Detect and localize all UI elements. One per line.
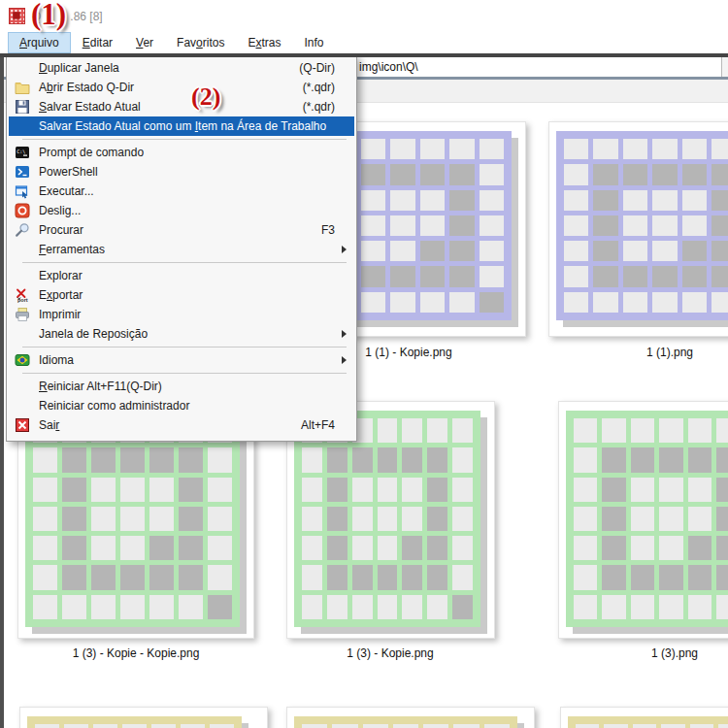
- thumbnail-cell: [688, 536, 711, 560]
- menubar-item-favoritos[interactable]: Favoritos: [166, 33, 235, 52]
- thumbnail-cell: [623, 164, 647, 184]
- thumbnail-cell: [480, 215, 504, 236]
- submenu-arrow-icon: [342, 330, 347, 338]
- menu-item-label: Exportar: [39, 288, 83, 302]
- thumbnail-cell: [179, 478, 203, 502]
- empty-icon: [14, 118, 30, 135]
- thumbnail-cell: [91, 536, 116, 560]
- file-name[interactable]: 1 (3) - Kopie.png: [269, 646, 512, 661]
- menubar-item-info[interactable]: Info: [293, 33, 334, 52]
- menubar-item-extras[interactable]: Extras: [237, 33, 291, 52]
- thumbnail-cell: [427, 595, 447, 619]
- thumbnail-cell: [390, 139, 414, 159]
- menu-item-reiniciar[interactable]: Reiniciar Alt+F11(Q-Dir): [7, 377, 356, 396]
- menu-item-deslig[interactable]: Deslig...: [7, 201, 356, 220]
- folder-icon: [14, 80, 30, 96]
- address-dropdown-button[interactable]: [721, 57, 728, 77]
- file-name[interactable]: 1 (3).png: [553, 646, 728, 661]
- thumbnail-cell: [576, 724, 599, 728]
- menu-item-reiniciar-como-administrador[interactable]: Reiniciar como administrador: [7, 396, 356, 415]
- thumbnail-cell: [659, 478, 682, 502]
- menu-item-label: Explorar: [39, 269, 83, 282]
- thumbnail-cell: [62, 595, 86, 619]
- menubar-item-arquivo[interactable]: Arquivo: [9, 33, 70, 52]
- thumbnail-cell: [361, 215, 385, 236]
- file-thumbnail[interactable]: [560, 707, 728, 728]
- thumbnail-cell: [120, 447, 145, 472]
- thumbnail-cell: [402, 595, 422, 619]
- menu-item-label: Executar...: [39, 184, 94, 198]
- thumbnail-cell: [390, 190, 414, 211]
- menu-item-executar[interactable]: Executar...: [7, 182, 356, 201]
- submenu-arrow-icon: [342, 246, 347, 253]
- menu-item-janela-de-reposicao[interactable]: Janela de Reposição: [7, 324, 356, 344]
- thumbnail-cell: [402, 478, 422, 502]
- file-name[interactable]: 1 (1).png: [548, 346, 728, 360]
- menu-item-label: Janela de Reposição: [39, 327, 148, 341]
- file-thumbnail[interactable]: [548, 121, 728, 337]
- thumbnail-cell: [179, 447, 203, 472]
- file-thumbnail[interactable]: [286, 707, 535, 728]
- menu-separator: [22, 373, 347, 374]
- menu-item-label: Reiniciar Alt+F11(Q-Dir): [39, 380, 162, 393]
- thumbnail-cell: [564, 292, 588, 313]
- thumbnail-cell: [593, 164, 617, 184]
- menu-separator: [22, 139, 347, 140]
- app-icon[interactable]: [9, 8, 25, 24]
- thumbnail-cell: [91, 447, 116, 472]
- thumbnail-cell: [378, 536, 398, 560]
- thumbnail-cell: [449, 190, 474, 211]
- menu-item-idioma[interactable]: Idioma: [7, 350, 356, 370]
- search-icon: [14, 222, 30, 239]
- thumbnail-cell: [631, 536, 654, 560]
- thumbnail-cell: [659, 536, 682, 560]
- thumbnail-cell: [652, 292, 677, 313]
- thumbnail-cell: [602, 565, 625, 589]
- thumbnail-cell: [64, 724, 88, 728]
- thumbnail-cell: [652, 215, 677, 236]
- menu-item-exportar[interactable]: portExportar: [7, 285, 356, 305]
- menu-item-duplicar-janela[interactable]: Duplicar Janela(Q-Dir): [7, 58, 356, 78]
- file-thumbnail[interactable]: [558, 401, 728, 639]
- thumbnail-cell: [652, 266, 677, 286]
- thumbnail-cell: [480, 139, 504, 159]
- window-title-version: .86 [8]: [70, 10, 102, 23]
- menu-item-salvar-estado-item-area-trabalho[interactable]: Salvar Estado Atual como um Item na Área…: [9, 116, 354, 136]
- address-path[interactable]: img\icon\Q\: [359, 57, 418, 77]
- thumbnail-cell: [633, 724, 656, 728]
- thumbnail-image: [566, 411, 728, 627]
- menu-item-prompt-de-comando[interactable]: C:\Prompt de comando: [7, 143, 356, 162]
- thumbnail-cell: [716, 447, 728, 472]
- thumbnail-cell: [151, 724, 176, 728]
- submenu-arrow-icon: [342, 356, 347, 364]
- print-icon: [14, 307, 30, 323]
- menu-item-imprimir[interactable]: Imprimir: [7, 305, 356, 324]
- menubar-item-ver[interactable]: Ver: [125, 33, 164, 52]
- thumbnail-cell: [327, 478, 347, 502]
- thumbnail-cell: [361, 164, 385, 184]
- menu-item-powershell[interactable]: PowerShell: [7, 162, 356, 182]
- menu-separator: [22, 347, 347, 347]
- menu-item-abrir-estado-qdir[interactable]: Abrir Estado Q-Dir(*.qdr): [7, 78, 356, 97]
- thumbnail-cell: [149, 507, 174, 531]
- thumbnail-cell: [453, 724, 479, 728]
- thumbnail-cell: [564, 215, 588, 236]
- thumbnail-cell: [452, 478, 473, 502]
- thumbnail-cell: [631, 418, 654, 443]
- thumbnail-cell: [327, 507, 347, 531]
- thumbnail-cell: [716, 507, 728, 531]
- thumbnail-cell: [378, 478, 398, 502]
- menu-item-salvar-estado-atual[interactable]: Salvar Estado Atual(*.qdr): [7, 97, 356, 116]
- menu-item-procurar[interactable]: ProcurarF3: [7, 220, 356, 240]
- menu-item-sair[interactable]: SairAlt+F4: [7, 415, 356, 435]
- menu-item-ferramentas[interactable]: Ferramentas: [7, 240, 356, 259]
- thumbnail-cell: [574, 478, 597, 502]
- menu-item-explorar[interactable]: Explorar: [7, 266, 356, 285]
- thumbnail-cell: [420, 190, 445, 211]
- thumbnail-cell: [363, 724, 388, 728]
- thumbnail-cell: [181, 724, 205, 728]
- powershell-icon: [14, 164, 30, 181]
- file-name[interactable]: 1 (3) - Kopie - Kopie.png: [15, 646, 257, 661]
- menubar-item-editar[interactable]: Editar: [72, 33, 123, 52]
- file-thumbnail[interactable]: [19, 707, 268, 728]
